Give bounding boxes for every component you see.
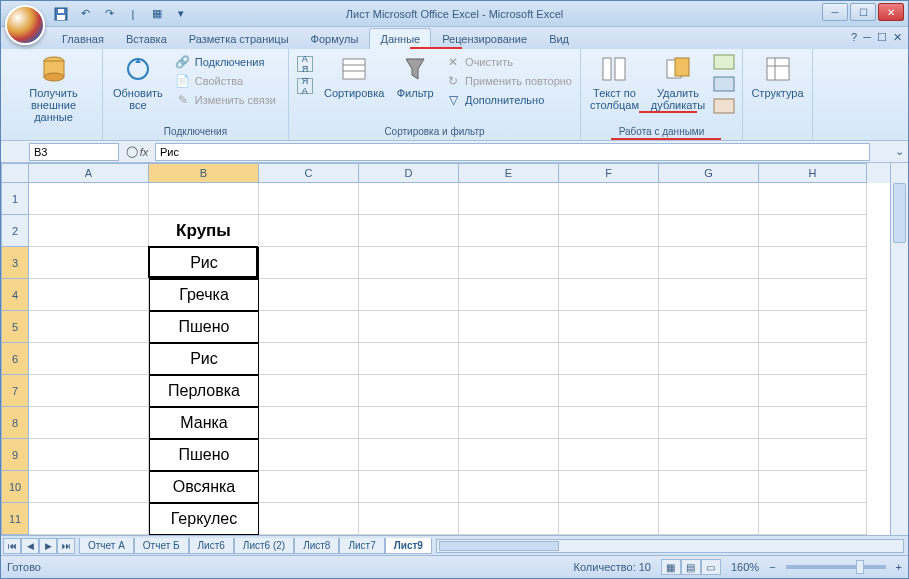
row-header-1[interactable]: 1 <box>1 183 29 215</box>
edit-links-button[interactable]: ✎Изменить связи <box>173 91 278 109</box>
qat-dropdown-icon[interactable]: ▾ <box>171 4 191 24</box>
row-header-7[interactable]: 7 <box>1 375 29 407</box>
tab-view[interactable]: Вид <box>538 28 580 49</box>
sheet-tab-0[interactable]: Отчет А <box>79 538 134 554</box>
cell-H11[interactable] <box>759 503 867 535</box>
redo-icon[interactable]: ↷ <box>99 4 119 24</box>
row-header-8[interactable]: 8 <box>1 407 29 439</box>
cell-F1[interactable] <box>559 183 659 215</box>
cell-G7[interactable] <box>659 375 759 407</box>
cell-F4[interactable] <box>559 279 659 311</box>
cell-B11[interactable]: Геркулес <box>149 503 259 535</box>
structure-button[interactable]: Структура <box>749 51 806 101</box>
cell-F3[interactable] <box>559 247 659 279</box>
cell-E11[interactable] <box>459 503 559 535</box>
cell-A4[interactable] <box>29 279 149 311</box>
cell-E1[interactable] <box>459 183 559 215</box>
tab-insert[interactable]: Вставка <box>115 28 178 49</box>
row-header-9[interactable]: 9 <box>1 439 29 471</box>
text-to-columns-button[interactable]: Текст по столбцам <box>587 51 642 113</box>
cell-D10[interactable] <box>359 471 459 503</box>
cell-C2[interactable] <box>259 215 359 247</box>
tab-page-layout[interactable]: Разметка страницы <box>178 28 300 49</box>
cell-B10[interactable]: Овсянка <box>149 471 259 503</box>
cell-G4[interactable] <box>659 279 759 311</box>
close-workbook-icon[interactable]: ✕ <box>893 31 902 44</box>
cell-G11[interactable] <box>659 503 759 535</box>
sheet-nav-first[interactable]: ⏮ <box>3 538 21 554</box>
view-normal-button[interactable]: ▦ <box>661 559 681 575</box>
cell-D6[interactable] <box>359 343 459 375</box>
cell-H6[interactable] <box>759 343 867 375</box>
cell-E5[interactable] <box>459 311 559 343</box>
cell-B6[interactable]: Рис <box>149 343 259 375</box>
tab-formulas[interactable]: Формулы <box>300 28 370 49</box>
sheet-nav-prev[interactable]: ◀ <box>21 538 39 554</box>
cell-A5[interactable] <box>29 311 149 343</box>
cell-C5[interactable] <box>259 311 359 343</box>
horizontal-scrollbar[interactable] <box>436 539 904 553</box>
cell-C6[interactable] <box>259 343 359 375</box>
cell-G9[interactable] <box>659 439 759 471</box>
cell-F6[interactable] <box>559 343 659 375</box>
row-header-5[interactable]: 5 <box>1 311 29 343</box>
cell-G10[interactable] <box>659 471 759 503</box>
cell-E7[interactable] <box>459 375 559 407</box>
zoom-slider[interactable] <box>786 565 886 569</box>
cell-A10[interactable] <box>29 471 149 503</box>
tab-data[interactable]: Данные <box>369 28 431 49</box>
data-validation-icon[interactable] <box>714 55 736 71</box>
what-if-icon[interactable] <box>714 99 736 115</box>
cell-B8[interactable]: Манка <box>149 407 259 439</box>
cell-E10[interactable] <box>459 471 559 503</box>
row-header-11[interactable]: 11 <box>1 503 29 535</box>
cell-D2[interactable] <box>359 215 459 247</box>
cell-G6[interactable] <box>659 343 759 375</box>
advanced-filter-button[interactable]: ▽Дополнительно <box>443 91 574 109</box>
row-header-10[interactable]: 10 <box>1 471 29 503</box>
cell-D7[interactable] <box>359 375 459 407</box>
cell-C3[interactable] <box>259 247 359 279</box>
cell-B2[interactable]: Крупы <box>149 215 259 247</box>
cell-B1[interactable] <box>149 183 259 215</box>
cell-E8[interactable] <box>459 407 559 439</box>
cell-A11[interactable] <box>29 503 149 535</box>
zoom-in-button[interactable]: + <box>896 561 902 573</box>
cell-D11[interactable] <box>359 503 459 535</box>
cell-H1[interactable] <box>759 183 867 215</box>
cell-H2[interactable] <box>759 215 867 247</box>
sheet-tab-5[interactable]: Лист7 <box>339 538 384 554</box>
row-header-3[interactable]: 3 <box>1 247 29 279</box>
cell-F5[interactable] <box>559 311 659 343</box>
cell-G3[interactable] <box>659 247 759 279</box>
col-header-D[interactable]: D <box>359 163 459 183</box>
cell-H9[interactable] <box>759 439 867 471</box>
cell-H10[interactable] <box>759 471 867 503</box>
reapply-button[interactable]: ↻Применить повторно <box>443 72 574 90</box>
row-header-2[interactable]: 2 <box>1 215 29 247</box>
cell-F7[interactable] <box>559 375 659 407</box>
maximize-button[interactable]: ☐ <box>850 3 876 21</box>
zoom-level[interactable]: 160% <box>731 561 759 573</box>
sheet-nav-last[interactable]: ⏭ <box>57 538 75 554</box>
formula-input[interactable]: Рис <box>155 143 870 161</box>
close-button[interactable]: ✕ <box>878 3 904 21</box>
cell-A6[interactable] <box>29 343 149 375</box>
name-box[interactable]: B3 <box>29 143 119 161</box>
cell-A8[interactable] <box>29 407 149 439</box>
row-header-4[interactable]: 4 <box>1 279 29 311</box>
cells-area[interactable]: КрупыРисГречкаПшеноРисПерловкаМанкаПшено… <box>29 183 890 535</box>
qat-more-icon[interactable]: ▦ <box>147 4 167 24</box>
cell-E3[interactable] <box>459 247 559 279</box>
cell-F2[interactable] <box>559 215 659 247</box>
cell-H5[interactable] <box>759 311 867 343</box>
cell-H7[interactable] <box>759 375 867 407</box>
filter-button[interactable]: Фильтр <box>393 51 437 101</box>
cell-B7[interactable]: Перловка <box>149 375 259 407</box>
cell-B9[interactable]: Пшено <box>149 439 259 471</box>
cell-G5[interactable] <box>659 311 759 343</box>
office-button[interactable] <box>5 5 45 45</box>
cell-G1[interactable] <box>659 183 759 215</box>
refresh-all-button[interactable]: Обновить все <box>109 51 167 113</box>
cell-A2[interactable] <box>29 215 149 247</box>
